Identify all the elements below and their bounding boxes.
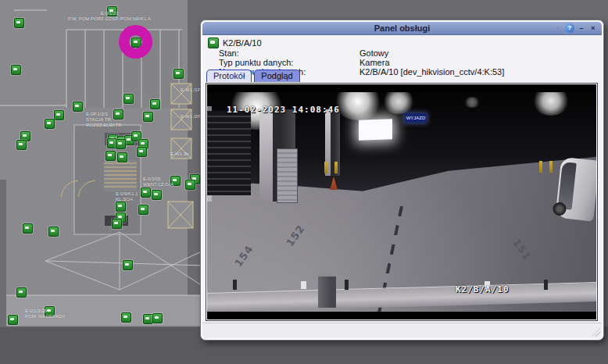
camera-icon[interactable] (150, 99, 160, 109)
parked-car (552, 156, 596, 226)
camera-icon[interactable] (14, 18, 24, 28)
bollard (324, 162, 327, 173)
camera-icon[interactable] (11, 65, 21, 75)
camera-type-icon (208, 37, 219, 48)
utility-cabinet (277, 148, 298, 203)
floor-number: 151 (510, 237, 534, 262)
dialog-title: Panel obsługi (202, 23, 602, 33)
dialog-statusbar (202, 323, 602, 338)
camera-icon[interactable] (152, 313, 163, 323)
preview-tab-panel: WYJAZD 11-02 (206, 83, 598, 321)
screen: E-0/1/23 P.W. POM.PORZ.GOSP./POM.NR/K1.A… (0, 0, 608, 364)
camera-icon[interactable] (185, 180, 195, 190)
camera-icon[interactable] (54, 110, 64, 120)
plan-label: E-0/9/K1.1 KL.SCH. (116, 191, 138, 202)
help-icon[interactable]: ? (565, 23, 574, 33)
minimize-icon[interactable]: – (577, 23, 586, 33)
camera-icon[interactable] (117, 152, 127, 162)
video-camera-label: K2/B/A/10 (456, 284, 510, 294)
bollard (539, 161, 542, 173)
camera-icon[interactable] (138, 205, 148, 215)
camera-icon[interactable] (141, 187, 151, 198)
plan-label: E-W1.3b (170, 152, 188, 157)
datapoint-header: K2/B/A/10 (208, 37, 262, 48)
operation-panel-dialog: Panel obsługi ↑ ? – × K2/B/A/10 Stan: Go… (200, 20, 604, 341)
plan-label: E-0/1/2/26 POM. NA ODPADY (25, 309, 66, 319)
bollard (549, 161, 553, 173)
field-row-type: Typ punktu danych: Kamera (219, 58, 390, 67)
camera-highlight-ring (119, 25, 152, 59)
dialog-titlebar[interactable]: Panel obsługi ↑ ? – × (202, 22, 602, 35)
window-controls: ↑ ? – × (553, 23, 598, 33)
curb-post (301, 281, 306, 289)
camera-icon[interactable] (48, 227, 59, 237)
curb-post (233, 280, 237, 290)
camera-icon[interactable] (173, 69, 184, 79)
plan-label: E-W1./1P (181, 87, 201, 93)
pin-icon[interactable]: ↑ (553, 23, 563, 33)
camera-icon[interactable] (116, 139, 126, 149)
camera-icon[interactable] (8, 315, 18, 325)
cctv-scene: WYJAZD 11-02 (207, 92, 596, 312)
camera-icon[interactable] (16, 140, 27, 150)
field-label: Stan: (219, 48, 359, 58)
field-value: Kamera (359, 58, 390, 67)
cctv-video-frame: WYJAZD 11-02 (207, 84, 596, 319)
camera-icon[interactable] (152, 190, 162, 200)
curb-post (544, 280, 548, 290)
camera-icon[interactable] (123, 260, 133, 270)
field-value: Gotowy (359, 48, 388, 58)
plan-label: E-W1./2P (181, 114, 201, 120)
curb-post (345, 280, 349, 290)
camera-icon[interactable] (137, 147, 147, 157)
tab-bar: Protokół Podgląd (206, 70, 300, 82)
field-value: K2/B/A/10 [dev_hikvision_cctv/4:K:53] (359, 67, 504, 77)
camera-icon[interactable] (106, 151, 116, 161)
plan-label: E-0/3/02 WENT.CZ.G-A (143, 177, 173, 187)
camera-icon[interactable] (73, 102, 83, 112)
bollard (334, 162, 338, 173)
datapoint-id: K2/B/A/10 (223, 38, 262, 48)
resize-grip[interactable] (592, 328, 600, 337)
camera-icon[interactable] (143, 112, 153, 122)
camera-icon[interactable] (112, 219, 122, 229)
floor-number: 152 (284, 223, 307, 248)
camera-icon[interactable] (116, 202, 126, 212)
camera-icon[interactable] (23, 223, 33, 234)
video-timestamp: 11-02-2023 14:08:46 (227, 105, 340, 115)
camera-icon[interactable] (45, 119, 55, 129)
exit-sign: WYJAZD (405, 113, 427, 123)
roller-door (207, 111, 251, 195)
camera-icon[interactable] (123, 94, 134, 104)
bottom-curb (207, 282, 596, 312)
plan-label: E-0P.1/2/3 STACJA TR. ROZDZ.ELEKTR. (86, 112, 123, 128)
field-row-state: Stan: Gotowy (219, 48, 388, 58)
trash-bin (318, 273, 336, 308)
light-panel (359, 119, 392, 141)
camera-icon[interactable] (121, 312, 131, 323)
close-icon[interactable]: × (588, 23, 598, 33)
plan-label: E-0/1/23 P.W. POM.PORZ.GOSP./POM.NR/K1.A (68, 11, 151, 22)
tab-podglad[interactable]: Podgląd (254, 70, 299, 82)
tab-protokol[interactable]: Protokół (206, 70, 252, 82)
floor-number: 154 (232, 243, 256, 269)
field-label: Typ punktu danych: (219, 58, 359, 67)
camera-icon[interactable] (16, 287, 27, 298)
ceiling-light (463, 97, 481, 108)
